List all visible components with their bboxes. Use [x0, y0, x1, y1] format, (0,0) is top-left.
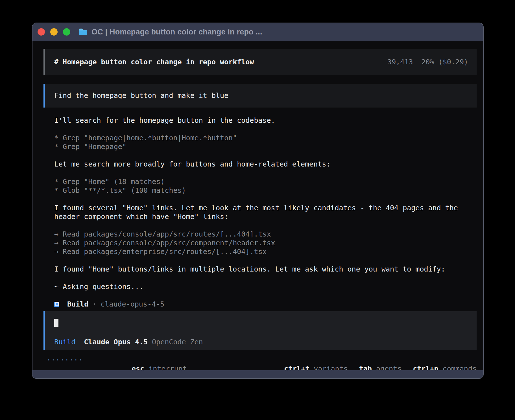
transcript-line: I'll search for the homepage button in t…	[54, 116, 477, 125]
transcript-line	[54, 256, 477, 265]
status-left: ········ esc interrupt	[43, 347, 187, 373]
transcript-line: * Glob "**/*.tsx" (100 matches)	[54, 186, 477, 195]
session-header: # Homepage button color change in repo w…	[43, 49, 477, 75]
session-stats: 39,41320% ($0.29)	[387, 58, 468, 66]
transcript-line	[54, 221, 477, 230]
transcript-line: header component which have "Home" links…	[54, 212, 477, 221]
agent-separator: ·	[92, 300, 97, 309]
transcript-line	[54, 151, 477, 160]
status-right: ctrl+t variantstab agentsctrl+p commands	[241, 347, 477, 373]
window-bottom-strip	[32, 370, 483, 378]
transcript-line: * Grep "homepage|home.*button|Home.*butt…	[54, 134, 477, 142]
transcript-line: * Grep "Home" (18 matches)	[54, 177, 477, 186]
hints-right: ctrl+t variantstab agentsctrl+p commands	[241, 347, 477, 373]
text-cursor	[54, 319, 58, 327]
user-message: Find the homepage button and make it blu…	[43, 84, 477, 108]
token-count: 39,413	[387, 58, 413, 66]
hints-left: esc interrupt	[83, 347, 187, 373]
transcript-line	[54, 195, 477, 204]
agent-badge: Build	[54, 338, 75, 346]
agent-build-icon	[54, 302, 59, 307]
transcript-line: → Read packages/console/app/src/routes/[…	[54, 230, 477, 239]
transcript-line: → Read packages/console/app/src/componen…	[54, 239, 477, 247]
agent-model: claude-opus-4-5	[101, 300, 164, 309]
close-button[interactable]	[38, 28, 45, 36]
spinner-dots: ········	[47, 356, 83, 364]
agent-status-row: Build · claude-opus-4-5	[54, 300, 477, 309]
transcript-line	[54, 169, 477, 177]
transcript-line: I found "Home" buttons/links in multiple…	[54, 265, 477, 274]
transcript-line: * Grep "Homepage"	[54, 142, 477, 151]
model-label: Claude Opus 4.5	[84, 338, 148, 346]
transcript-line	[54, 274, 477, 282]
transcript-line	[54, 291, 477, 300]
session-title: # Homepage button color change in repo w…	[54, 58, 254, 66]
provider-label: OpenCode Zen	[152, 338, 203, 346]
desktop: OC | Homepage button color change in rep…	[0, 0, 515, 420]
window-title: OC | Homepage button color change in rep…	[91, 28, 262, 36]
terminal-content: # Homepage button color change in repo w…	[32, 41, 483, 370]
transcript-line	[54, 125, 477, 134]
folder-icon	[78, 28, 88, 36]
input-status-row: Build Claude Opus 4.5 OpenCode Zen	[54, 338, 468, 346]
context-usage: 20% ($0.29)	[421, 58, 468, 66]
status-bar: ········ esc interrupt ctrl+t variantsta…	[43, 356, 477, 364]
minimize-button[interactable]	[50, 28, 58, 36]
terminal-window: OC | Homepage button color change in rep…	[32, 23, 484, 379]
transcript-lines: I'll search for the homepage button in t…	[54, 116, 477, 300]
input-line[interactable]	[54, 319, 468, 327]
agent-name: Build	[67, 300, 88, 309]
transcript-line: Let me search more broadly for buttons a…	[54, 160, 477, 169]
window-titlebar[interactable]: OC | Homepage button color change in rep…	[32, 23, 483, 41]
transcript-line: → Read packages/enterprise/src/routes/[.…	[54, 247, 477, 256]
transcript: I'll search for the homepage button in t…	[43, 116, 477, 309]
zoom-button[interactable]	[63, 28, 70, 36]
transcript-line: I found several "Home" links. Let me loo…	[54, 204, 477, 212]
transcript-line: ~ Asking questions...	[54, 282, 477, 291]
prompt-input[interactable]: Build Claude Opus 4.5 OpenCode Zen	[43, 311, 477, 350]
